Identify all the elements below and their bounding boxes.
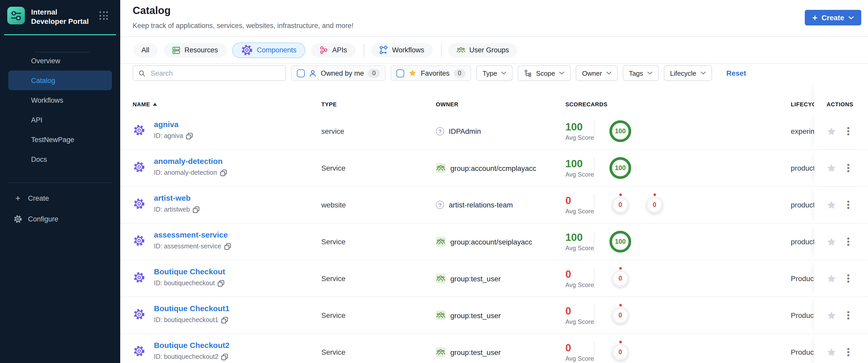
sidebar-item-docs[interactable]: Docs xyxy=(0,149,120,169)
scope-icon xyxy=(524,69,532,77)
entity-id: ID: boutiquecheckout2 xyxy=(154,353,228,360)
scorecard-ring[interactable]: 0 xyxy=(646,196,663,213)
tab-apis[interactable]: APIs xyxy=(311,43,355,57)
sidebar-item-label: Docs xyxy=(31,155,47,163)
favorite-star-button[interactable] xyxy=(827,200,836,210)
entity-type: website xyxy=(321,201,346,209)
kebab-menu-icon[interactable] xyxy=(846,274,850,284)
kebab-menu-icon[interactable] xyxy=(846,126,850,137)
entity-name-link[interactable]: Boutique Checkout1 xyxy=(154,304,229,313)
kebab-menu-icon[interactable] xyxy=(846,347,850,357)
type-filter-dropdown[interactable]: Type xyxy=(476,65,513,81)
owned-by-me-filter[interactable]: Owned by me 0 xyxy=(291,65,385,81)
favorite-star-button[interactable] xyxy=(827,274,836,283)
copy-id-button[interactable] xyxy=(224,243,231,250)
component-gear-icon-wrap xyxy=(133,345,145,359)
sidebar-create-button[interactable]: +Create xyxy=(0,188,120,209)
search-icon xyxy=(138,69,145,77)
owner-filter-dropdown[interactable]: Owner xyxy=(576,65,618,81)
scorecard-progress-dot xyxy=(619,304,622,306)
sidebar-item-overview[interactable]: Overview xyxy=(0,51,120,70)
copy-icon xyxy=(221,354,228,360)
kebab-menu-icon[interactable] xyxy=(846,310,850,321)
entity-name-link[interactable]: Boutique Checkout xyxy=(154,267,225,276)
owned-by-me-checkbox[interactable] xyxy=(297,69,305,77)
avg-score-value: 0 xyxy=(565,268,594,280)
favorite-star-button[interactable] xyxy=(827,163,836,173)
tags-filter-dropdown[interactable]: Tags xyxy=(623,65,659,81)
favorite-star-button[interactable] xyxy=(827,347,836,357)
owner-group-chip xyxy=(436,237,446,247)
favorite-star-button[interactable] xyxy=(827,237,836,247)
favorite-star-icon xyxy=(827,347,836,357)
copy-id-button[interactable] xyxy=(220,169,227,176)
scorecard-ring[interactable]: 100 xyxy=(610,231,631,252)
scorecard-rings: 100 xyxy=(610,120,631,142)
scope-filter-dropdown[interactable]: Scope xyxy=(518,65,571,81)
entity-lifecycle: production xyxy=(791,201,814,209)
scorecard-ring[interactable]: 0 xyxy=(612,270,628,287)
entity-id-text: ID: agniva xyxy=(154,132,183,140)
copy-id-button[interactable] xyxy=(221,316,228,323)
tab-workflows[interactable]: Workflows xyxy=(371,43,432,57)
app-logo[interactable] xyxy=(7,7,25,24)
entity-owner: group:test_user xyxy=(436,310,501,320)
sidebar-item-testnewpage[interactable]: TestNewPage xyxy=(0,130,120,149)
table-row: Boutique Checkout1ID: boutiquecheckout1 … xyxy=(120,297,868,334)
copy-id-button[interactable] xyxy=(193,206,200,213)
copy-id-button[interactable] xyxy=(221,354,228,360)
copy-icon xyxy=(224,243,231,250)
kebab-menu-icon[interactable] xyxy=(846,237,850,247)
owner-unknown-icon: ? xyxy=(436,201,444,209)
kebab-menu-icon[interactable] xyxy=(846,200,850,210)
entity-id-text: ID: boutiquecheckout1 xyxy=(154,316,218,324)
sidebar-item-catalog[interactable]: Catalog xyxy=(8,70,112,90)
copy-id-button[interactable] xyxy=(186,132,193,139)
tab-components[interactable]: Components xyxy=(232,43,305,57)
entity-type: Service xyxy=(321,348,345,356)
entity-id-text: ID: anomaly-detection xyxy=(154,169,217,176)
lifecycle-filter-dropdown[interactable]: Lifecycle xyxy=(664,65,712,81)
scorecard-ring[interactable]: 100 xyxy=(610,157,631,179)
favorites-checkbox[interactable] xyxy=(397,69,404,77)
entity-name-link[interactable]: agniva xyxy=(154,120,179,129)
entity-type: service xyxy=(321,127,344,135)
search-input[interactable] xyxy=(150,69,280,78)
scorecard-rings: 00 xyxy=(610,196,665,213)
create-button[interactable]: + Create xyxy=(805,10,861,25)
component-gear-icon-wrap xyxy=(133,235,145,249)
scorecard-ring[interactable]: 0 xyxy=(612,307,628,324)
kebab-menu-icon[interactable] xyxy=(846,163,850,173)
component-gear-icon xyxy=(133,198,145,210)
scorecard-ring[interactable]: 0 xyxy=(612,344,628,360)
favorite-star-icon xyxy=(827,310,836,320)
component-gear-icon-wrap xyxy=(133,161,145,175)
copy-icon xyxy=(221,316,228,323)
entity-name-link[interactable]: artist-web xyxy=(154,193,191,202)
favorite-star-button[interactable] xyxy=(827,310,836,320)
reset-filters-link[interactable]: Reset xyxy=(726,69,746,77)
sidebar-item-workflows[interactable]: Workflows xyxy=(0,90,120,110)
favorite-star-button[interactable] xyxy=(827,126,836,136)
column-header-name[interactable]: NAME xyxy=(133,101,157,107)
entity-name-link[interactable]: assessment-service xyxy=(154,230,228,239)
copy-id-button[interactable] xyxy=(218,280,225,286)
favorites-filter[interactable]: Favorites 0 xyxy=(391,65,471,81)
sidebar-configure-button[interactable]: Configure xyxy=(0,209,120,229)
tab-user-groups[interactable]: User Groups xyxy=(448,43,517,57)
entity-name-link[interactable]: Boutique Checkout2 xyxy=(154,341,229,350)
sidebar-footer-label: Configure xyxy=(28,215,58,223)
entity-owner-text: group:test_user xyxy=(450,348,501,356)
entity-name-link[interactable]: anomaly-detection xyxy=(154,157,223,165)
avg-score: 100Avg Score xyxy=(565,232,594,252)
chevron-down-icon xyxy=(700,71,706,75)
tab-resources[interactable]: Resources xyxy=(164,43,226,57)
app-grid-icon[interactable] xyxy=(99,11,108,20)
scorecard-ring[interactable]: 0 xyxy=(612,196,628,213)
chevron-down-icon xyxy=(647,71,652,75)
scorecard-ring[interactable]: 100 xyxy=(610,120,631,142)
tab-all[interactable]: All xyxy=(133,43,158,57)
scorecard-progress-dot xyxy=(653,193,656,196)
sidebar-item-label: Overview xyxy=(31,57,60,65)
sidebar-item-api[interactable]: API xyxy=(0,110,120,130)
